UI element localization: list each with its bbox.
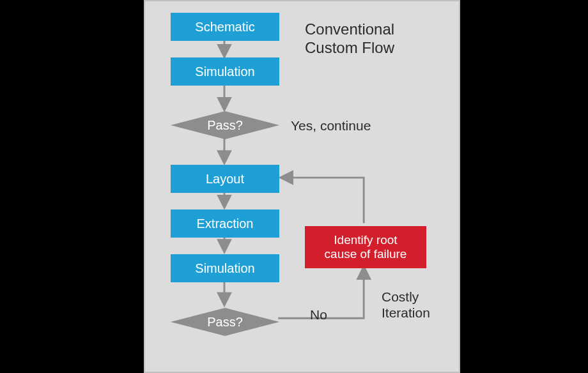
node-label: Simulation xyxy=(195,261,254,276)
label-no: No xyxy=(310,307,327,323)
title-line2: Custom Flow xyxy=(305,39,394,56)
diagram-title: Conventional Custom Flow xyxy=(305,20,394,57)
node-root-cause: Identify root cause of failure xyxy=(305,226,426,268)
node-simulation1: Simulation xyxy=(171,57,279,86)
node-label: Extraction xyxy=(197,217,254,231)
node-pass1: Pass? xyxy=(171,111,279,139)
label-yes-continue: Yes, continue xyxy=(291,118,371,133)
node-label: Layout xyxy=(206,172,244,187)
costly-line1: Costly xyxy=(382,289,419,304)
node-layout: Layout xyxy=(171,165,279,193)
diagram-canvas: Schematic Simulation Pass? Layout Extrac… xyxy=(144,0,460,373)
title-line1: Conventional xyxy=(305,20,394,38)
node-simulation2: Simulation xyxy=(171,254,279,282)
node-label: Pass? xyxy=(171,111,279,139)
costly-line2: Iteration xyxy=(382,305,430,320)
node-label: Simulation xyxy=(195,65,254,79)
node-label: Schematic xyxy=(195,20,254,34)
node-label-line2: cause of failure xyxy=(325,247,407,261)
node-schematic: Schematic xyxy=(171,13,279,41)
node-extraction: Extraction xyxy=(171,209,279,238)
node-label: Pass? xyxy=(171,308,279,336)
node-label-line1: Identify root xyxy=(334,233,397,247)
node-pass2: Pass? xyxy=(171,308,279,336)
label-costly: Costly Iteration xyxy=(382,289,430,321)
